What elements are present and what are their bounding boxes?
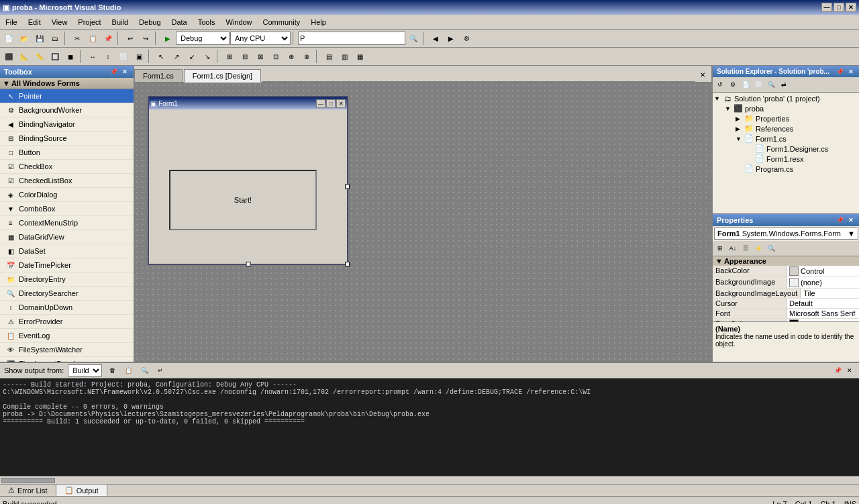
form-resize-handle-right[interactable]	[345, 185, 350, 189]
menu-window[interactable]: Window	[220, 15, 257, 29]
prop-categorized-btn[interactable]: ⊞	[714, 242, 726, 254]
menu-file[interactable]: File	[0, 15, 23, 29]
menu-project[interactable]: Project	[72, 15, 106, 29]
output-clear-btn[interactable]: 🗑	[106, 364, 118, 376]
tb2-btn2[interactable]: 📐	[17, 49, 32, 64]
form-minimize-btn[interactable]: —	[316, 99, 325, 108]
open-button[interactable]: 📂	[17, 31, 32, 46]
se-properties-node[interactable]: ▶ 📁 Properties	[714, 113, 858, 123]
tab-form1cs-design[interactable]: Form1.cs [Design]	[184, 69, 261, 83]
toolbox-close-button[interactable]: ✕	[120, 68, 130, 75]
se-showallfiles-btn[interactable]: 📄	[740, 79, 752, 91]
prop-cursor-value[interactable]: Default	[787, 299, 859, 308]
tb2-btn6[interactable]: ↔	[85, 49, 100, 64]
tb2-btn8[interactable]: ⬜	[116, 49, 131, 64]
toolbox-pin-button[interactable]: 📌	[108, 68, 119, 75]
se-form1resx-node[interactable]: 📄 Form1.resx	[714, 154, 858, 164]
toolbox-item-directoryentry[interactable]: 📁 DirectoryEntry	[0, 272, 134, 287]
undo-button[interactable]: ↩	[123, 31, 138, 46]
toolbox-item-bindingsource[interactable]: ⊟ BindingSource	[0, 132, 134, 146]
se-collapse-btn[interactable]: ⬜	[752, 79, 764, 91]
prop-search-btn[interactable]: 🔍	[765, 242, 777, 254]
menu-help[interactable]: Help	[305, 15, 332, 29]
tb2-btn3[interactable]: 📏	[32, 49, 47, 64]
se-references-node[interactable]: ▶ 📁 References	[714, 123, 858, 134]
prop-bgil-value[interactable]: Tile	[801, 289, 859, 298]
search-input[interactable]	[298, 32, 405, 45]
tb2-btn9[interactable]: ▣	[132, 49, 146, 64]
toolbox-item-filesystemwatcher[interactable]: 👁 FileSystemWatcher	[0, 343, 134, 357]
tb2-btn4[interactable]: 🔲	[48, 49, 62, 64]
toolbox-item-checkedlistbox[interactable]: ☑ CheckedListBox	[0, 174, 134, 188]
se-close-button[interactable]: ✕	[846, 68, 856, 75]
tb2-btn15[interactable]: ⊟	[238, 49, 252, 64]
prop-row-backgroundimagelayout[interactable]: BackgroundImageLayout Tile	[713, 289, 859, 299]
tb2-btn17[interactable]: ⊡	[268, 49, 283, 64]
run-button[interactable]: ▶	[160, 31, 175, 46]
menu-build[interactable]: Build	[107, 15, 134, 29]
prop-row-font[interactable]: Font Microsoft Sans Serif	[713, 309, 859, 319]
tb2-btn1[interactable]: ⬛	[1, 49, 16, 64]
prop-font-value[interactable]: Microsoft Sans Serif	[787, 309, 859, 318]
tb2-btn22[interactable]: ▦	[352, 49, 367, 64]
menu-edit[interactable]: Edit	[23, 15, 46, 29]
tb2-btn19[interactable]: ⊗	[299, 49, 314, 64]
menu-view[interactable]: View	[46, 15, 73, 29]
toolbox-item-domainupdown[interactable]: ↕ DomainUpDown	[0, 301, 134, 315]
toolbox-item-combobox[interactable]: ▼ ComboBox	[0, 202, 134, 216]
tab-output[interactable]: 📋 Output	[56, 485, 107, 496]
output-find-btn[interactable]: 🔍	[138, 364, 150, 376]
cpu-dropdown[interactable]: Any CPU	[230, 32, 291, 45]
prop-props-btn[interactable]: ☰	[740, 242, 752, 254]
prop-events-btn[interactable]: ⚡	[752, 242, 764, 254]
se-refresh-btn[interactable]: ↺	[714, 79, 726, 91]
toolbox-item-flowlayoutpanel[interactable]: ⬛ FlowLayoutPanel	[0, 357, 134, 362]
form-resize-handle-bottomright[interactable]	[345, 262, 350, 266]
close-button[interactable]: ✕	[846, 3, 856, 12]
minimize-button[interactable]: —	[821, 3, 832, 12]
form-resize-handle-bottom[interactable]	[246, 262, 250, 266]
toolbox-item-button[interactable]: □ Button	[0, 146, 134, 160]
search-button[interactable]: 🔍	[406, 31, 421, 46]
se-properties-btn[interactable]: ⚙	[727, 79, 739, 91]
save-button[interactable]: 💾	[32, 31, 47, 46]
menu-tools[interactable]: Tools	[193, 15, 221, 29]
maximize-button[interactable]: □	[833, 3, 844, 12]
menu-debug[interactable]: Debug	[134, 15, 166, 29]
tb2-btn7[interactable]: ↕	[101, 49, 115, 64]
prop-row-backcolor[interactable]: BackColor Control	[713, 266, 859, 277]
output-close-btn[interactable]: ✕	[844, 365, 855, 376]
prop-row-cursor[interactable]: Cursor Default	[713, 299, 859, 309]
nav-back-button[interactable]: ◀	[428, 31, 443, 46]
copy-button[interactable]: 📋	[85, 31, 100, 46]
output-source-dropdown[interactable]: Build	[68, 364, 102, 376]
toolbox-category-all-windows-forms[interactable]: ▼ All Windows Forms	[0, 78, 134, 89]
toolbox-item-bindingnavigator[interactable]: ◀ BindingNavigator	[0, 117, 134, 132]
tab-error-list[interactable]: ⚠ Error List	[0, 485, 56, 496]
toolbox-item-directorysearcher[interactable]: 🔍 DirectorySearcher	[0, 287, 134, 301]
tab-form1cs[interactable]: Form1.cs	[134, 69, 183, 82]
output-pin-btn[interactable]: 📌	[832, 365, 843, 376]
designer-canvas[interactable]: ▣ Form1 — □ ✕ Start!	[134, 83, 711, 362]
settings-button[interactable]: ⚙	[459, 31, 474, 46]
new-project-button[interactable]: 📄	[1, 31, 16, 46]
properties-object-selector[interactable]: Form1 System.Windows.Forms.Form ▼	[714, 228, 858, 240]
se-sync-btn[interactable]: ⇄	[778, 79, 790, 91]
tb2-btn11[interactable]: ↗	[169, 49, 184, 64]
tb2-btn10[interactable]: ↖	[154, 49, 168, 64]
se-form1cs-node[interactable]: ▼ 📄 Form1.cs	[714, 134, 858, 144]
output-scrollbar[interactable]	[0, 476, 859, 484]
tb2-btn20[interactable]: ▤	[321, 49, 336, 64]
prop-backgroundimage-value[interactable]: (none)	[787, 277, 859, 288]
debug-config-dropdown[interactable]: Debug	[176, 32, 230, 45]
prop-backcolor-value[interactable]: Control	[787, 266, 859, 276]
toolbox-item-eventlog[interactable]: 📋 EventLog	[0, 329, 134, 343]
se-solution-node[interactable]: ▼ 🗂 Solution 'proba' (1 project)	[714, 94, 858, 103]
tb2-btn14[interactable]: ⊞	[222, 49, 237, 64]
toolbox-item-datagridview[interactable]: ▦ DataGridView	[0, 230, 134, 244]
tb2-btn18[interactable]: ⊕	[284, 49, 299, 64]
prop-alpha-btn[interactable]: A↓	[727, 242, 739, 254]
toolbox-item-checkbox[interactable]: ☑ CheckBox	[0, 160, 134, 174]
se-programcs-node[interactable]: 📄 Program.cs	[714, 164, 858, 174]
se-form1designer-node[interactable]: 📄 Form1.Designer.cs	[714, 144, 858, 154]
